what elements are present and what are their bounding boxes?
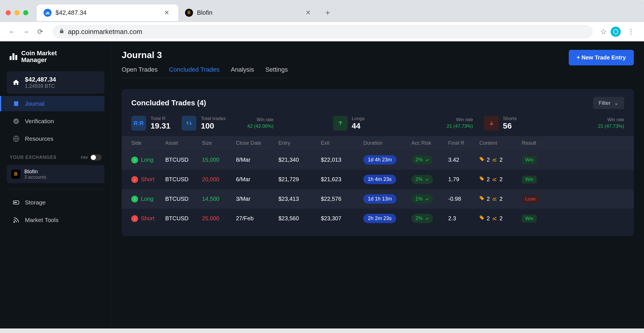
cell-final-r: 1.79 xyxy=(448,176,479,183)
bookmark-icon[interactable]: ☆ xyxy=(600,27,607,36)
rss-icon xyxy=(12,216,20,224)
browser-tab-active[interactable]: $42,487.34 ✕ xyxy=(37,5,178,21)
new-trade-entry-button[interactable]: + New Trade Entry xyxy=(569,50,634,65)
sidebar-item-journal[interactable]: Journal xyxy=(0,96,104,111)
filter-button[interactable]: Filter ⌄ xyxy=(593,97,624,109)
cell-size: 14,500 xyxy=(202,196,236,202)
sidebar-item-resources[interactable]: Resources xyxy=(7,131,104,146)
svg-point-11 xyxy=(480,157,481,158)
cell-result: Lose xyxy=(522,195,550,203)
journal-icon xyxy=(12,100,20,107)
down-arrow-icon xyxy=(484,116,499,131)
cell-side: ↑ Long xyxy=(131,196,165,202)
table-row[interactable]: ↑ Long BTCUSD 14,500 3/Mar $23,413 $22,5… xyxy=(122,189,634,209)
chart-count: 2 xyxy=(499,176,503,183)
cell-result: Win xyxy=(522,176,550,183)
cell-exit: $23,307 xyxy=(321,215,363,222)
browser-menu-button[interactable]: ⋮ xyxy=(625,28,637,36)
minimize-window-button[interactable] xyxy=(14,10,20,15)
cell-size: 15,000 xyxy=(202,157,236,163)
cell-content: 2 2 xyxy=(479,157,522,163)
sidebar-item-label: Storage xyxy=(25,199,46,206)
svg-rect-4 xyxy=(14,101,18,106)
sidebar-item-label: Journal xyxy=(25,100,44,107)
col-duration: Duration xyxy=(363,140,411,146)
tag-icon xyxy=(479,176,484,183)
exchange-subtitle: 3 accounts xyxy=(24,175,46,180)
browser-tab-inactive[interactable]: B Blofin ✕ xyxy=(178,5,320,21)
exchanges-label: YOUR EXCHANGES xyxy=(10,155,57,160)
cell-asset: BTCUSD xyxy=(165,215,202,222)
cell-acc-risk: 2% xyxy=(411,214,448,223)
sidebar-item-market-tools[interactable]: Market Tools xyxy=(7,212,104,228)
stat-value: 44 xyxy=(352,121,365,131)
logo-mark-icon xyxy=(10,53,17,60)
exchange-icon: B xyxy=(11,170,20,179)
col-size: Size xyxy=(202,140,236,146)
winrate-value: 21 (47.73%) xyxy=(598,123,624,129)
home-icon xyxy=(12,79,20,87)
tab-close-button[interactable]: ✕ xyxy=(303,8,313,18)
exchange-item-blofin[interactable]: B Blofin 3 accounts xyxy=(7,165,104,183)
forward-button[interactable]: → xyxy=(21,27,31,37)
tab-strip: $42,487.34 ✕ B Blofin ✕ + xyxy=(0,0,644,22)
tab-open-trades[interactable]: Open Trades xyxy=(122,66,158,73)
tab-title: Blofin xyxy=(197,9,299,16)
app-root: Coin MarketManager $42,487.34 1.24939 BT… xyxy=(0,41,644,328)
table-row[interactable]: ↑ Long BTCUSD 15,000 8/Mar $21,340 $22,0… xyxy=(122,150,634,170)
fav-toggle[interactable] xyxy=(90,154,102,161)
cell-close-date: 6/Mar xyxy=(236,176,278,183)
stat-total-trades: Total trades 100 Win rate 42 (42.00%) xyxy=(182,116,322,131)
tag-icon xyxy=(479,157,484,163)
balance-btc: 1.24939 BTC xyxy=(25,83,56,89)
arrow-up-icon: ↑ xyxy=(131,157,138,163)
reload-button[interactable]: ⟳ xyxy=(35,27,45,37)
cell-asset: BTCUSD xyxy=(165,157,202,163)
tag-icon xyxy=(479,215,484,222)
table-row[interactable]: ↓ Short BTCUSD 20,000 6/Mar $21,729 $21,… xyxy=(122,170,634,189)
side-label: Long xyxy=(141,196,154,202)
maximize-window-button[interactable] xyxy=(23,10,28,15)
table-header: Side Asset Size Close Date Entry Exit Du… xyxy=(122,136,634,150)
winrate-value: 21 (47.73%) xyxy=(447,123,473,129)
stat-label: Total R xyxy=(151,116,170,121)
tab-concluded-trades[interactable]: Concluded Trades xyxy=(169,66,220,73)
back-button[interactable]: ← xyxy=(7,27,17,37)
sidebar-item-verification[interactable]: Verification xyxy=(7,114,104,129)
arrow-up-icon: ↑ xyxy=(131,196,138,202)
profile-button[interactable] xyxy=(611,27,621,37)
cell-close-date: 8/Mar xyxy=(236,157,278,163)
svg-point-13 xyxy=(480,197,481,197)
close-window-button[interactable] xyxy=(6,10,11,15)
stat-label: Shorts xyxy=(503,116,517,121)
fav-label: FAV xyxy=(81,155,88,160)
winrate-label: Win rate xyxy=(607,117,624,122)
winrate-label: Win rate xyxy=(456,117,473,122)
col-result: Result xyxy=(522,140,550,146)
stats-row: R:R Total R 19.31 Total trades 100 xyxy=(131,116,624,131)
balance-card[interactable]: $42,487.34 1.24939 BTC xyxy=(7,71,104,94)
tab-close-button[interactable]: ✕ xyxy=(162,8,171,18)
cell-size: 20,000 xyxy=(202,176,236,183)
table-row[interactable]: ↓ Short BTCUSD 25,000 27/Feb $23,560 $23… xyxy=(122,209,634,228)
tab-analysis[interactable]: Analysis xyxy=(231,66,254,73)
page-title: Journal 3 xyxy=(122,50,288,60)
cell-asset: BTCUSD xyxy=(165,176,202,183)
cell-content: 2 2 xyxy=(479,196,522,202)
app-logo[interactable]: Coin MarketManager xyxy=(7,50,104,63)
address-text: app.coinmarketman.com xyxy=(68,28,142,36)
sidebar-item-storage[interactable]: Storage xyxy=(7,195,104,210)
cell-asset: BTCUSD xyxy=(165,196,202,202)
col-asset: Asset xyxy=(165,140,202,146)
new-tab-button[interactable]: + xyxy=(320,8,336,17)
filter-label: Filter xyxy=(599,100,611,106)
logo-text: Coin MarketManager xyxy=(21,50,57,63)
cell-entry: $23,560 xyxy=(278,215,321,222)
stat-shorts: Shorts 56 Win rate 21 (47.73%) xyxy=(484,116,624,131)
tab-settings[interactable]: Settings xyxy=(265,66,288,73)
col-content: Content xyxy=(479,140,522,146)
cell-side: ↑ Long xyxy=(131,157,165,163)
browser-chrome: $42,487.34 ✕ B Blofin ✕ + ← → ⟳ app.coin… xyxy=(0,0,644,41)
arrow-down-icon: ↓ xyxy=(131,176,138,183)
address-bar[interactable]: app.coinmarketman.com xyxy=(53,25,593,39)
